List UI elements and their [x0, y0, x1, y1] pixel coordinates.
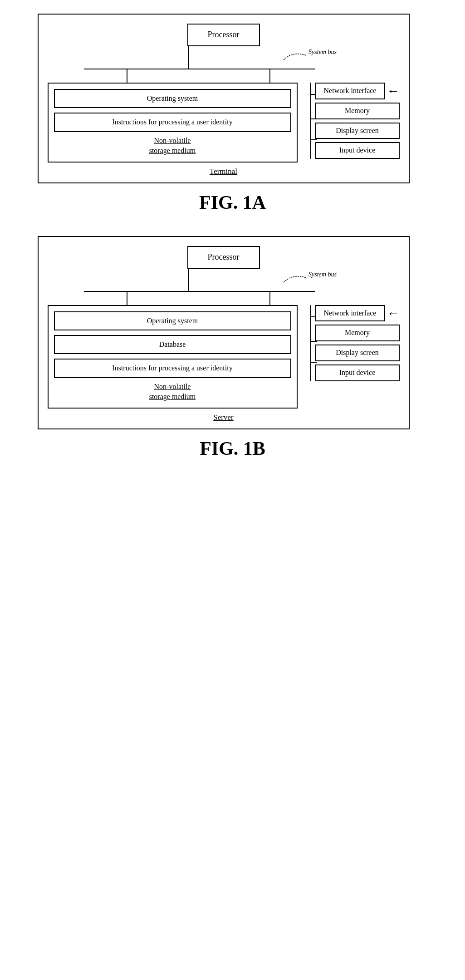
fig1a-right-col-inner: Network interface ← Memory Display scree…	[315, 83, 400, 159]
fig1b-server-label: Server	[48, 413, 400, 424]
fig1a-storage-label: Non-volatile storage medium	[54, 136, 291, 156]
fig1a-content-row: Operating system Instructions for proces…	[48, 83, 400, 163]
fig1b-container: Processor System bus Operatin	[38, 236, 428, 473]
fig1a-memory-label: Memory	[345, 107, 370, 114]
fig1b-right-wrapper: Network interface ← Memory Display scree…	[304, 305, 400, 381]
fig1b-display-box: Display screen	[315, 345, 400, 361]
fig1a-title: FIG. 1A	[38, 192, 428, 213]
fig1b-content-row: Operating system Database Instructions f…	[48, 305, 400, 409]
fig1a-network-box: Network interface	[315, 83, 385, 99]
fig1b-arrow: ←	[387, 307, 400, 320]
fig1a-display-box: Display screen	[315, 123, 400, 139]
fig1b-top-area: Processor System bus	[48, 246, 400, 305]
fig1b-outer-box: Processor System bus Operatin	[38, 236, 410, 429]
fig1b-input-box: Input device	[315, 364, 400, 381]
fig1b-processor-box: Processor	[187, 246, 260, 269]
fig1a-processor-box: Processor	[187, 24, 260, 46]
fig1b-input-label: Input device	[339, 369, 376, 376]
fig1a-arrow: ←	[387, 84, 400, 97]
fig1a-input-label: Input device	[339, 146, 376, 154]
fig1b-processor-label: Processor	[208, 252, 240, 262]
fig1b-title: FIG. 1B	[38, 438, 428, 459]
fig1a-outer-box: Processor System bus	[38, 14, 410, 183]
fig1a-network-row: Network interface ←	[315, 83, 400, 99]
fig1a-instructions-label: Instructions for processing a user ident…	[112, 118, 232, 126]
fig1a-right-wrapper: Network interface ← Memory Display scree…	[304, 83, 400, 159]
fig1a-container: Processor System bus	[38, 14, 428, 227]
fig1b-right-col: Network interface ← Memory Display scree…	[304, 305, 400, 381]
fig1a-title-text: FIG. 1A	[199, 192, 266, 213]
fig1b-instructions-box: Instructions for processing a user ident…	[54, 359, 291, 378]
svg-text:System bus: System bus	[308, 49, 337, 55]
fig1a-instructions-box: Instructions for processing a user ident…	[54, 113, 291, 132]
fig1b-network-label: Network interface	[324, 309, 377, 317]
fig1b-outer-label-text: Server	[213, 413, 233, 422]
fig1a-display-label: Display screen	[336, 127, 379, 134]
fig1b-database-box: Database	[54, 335, 291, 354]
fig1b-network-row: Network interface ←	[315, 305, 400, 322]
fig1b-bus-area: System bus	[48, 269, 400, 305]
fig1b-processor-row: Processor	[187, 246, 260, 269]
fig1a-terminal-label: Terminal	[48, 167, 400, 178]
fig1b-network-box: Network interface	[315, 305, 385, 322]
fig1b-storage-label: Non-volatile storage medium	[54, 382, 291, 402]
fig1b-instructions-label: Instructions for processing a user ident…	[112, 364, 232, 372]
svg-text:System bus: System bus	[308, 271, 337, 278]
fig1b-storage-text: Non-volatile storage medium	[149, 383, 196, 400]
fig1a-bus-area: System bus	[48, 46, 400, 83]
fig1a-os-label: Operating system	[147, 94, 198, 102]
fig1a-top-area: Processor System bus	[48, 24, 400, 83]
fig1a-outer-label-text: Terminal	[210, 167, 237, 176]
fig1b-right-col-inner: Network interface ← Memory Display scree…	[315, 305, 400, 381]
fig1a-bus-svg: System bus	[48, 46, 400, 83]
fig1b-left-col: Operating system Database Instructions f…	[48, 305, 298, 409]
fig1a-network-label: Network interface	[324, 87, 377, 94]
fig1a-storage-text: Non-volatile storage medium	[149, 137, 196, 154]
fig1a-input-box: Input device	[315, 142, 400, 159]
fig1a-os-box: Operating system	[54, 89, 291, 108]
fig1b-bus-svg: System bus	[48, 269, 400, 305]
fig1b-memory-box: Memory	[315, 325, 400, 341]
fig1a-memory-box: Memory	[315, 103, 400, 119]
fig1b-os-box: Operating system	[54, 311, 291, 330]
fig1b-memory-label: Memory	[345, 329, 370, 336]
fig1b-title-text: FIG. 1B	[200, 438, 265, 459]
fig1a-processor-row: Processor	[187, 24, 260, 46]
fig1a-right-col: Network interface ← Memory Display scree…	[304, 83, 400, 159]
fig1a-left-col: Operating system Instructions for proces…	[48, 83, 298, 163]
fig1a-processor-label: Processor	[208, 30, 240, 40]
fig1b-display-label: Display screen	[336, 349, 379, 356]
fig1b-os-label: Operating system	[147, 317, 198, 325]
fig1b-database-label: Database	[159, 340, 186, 348]
